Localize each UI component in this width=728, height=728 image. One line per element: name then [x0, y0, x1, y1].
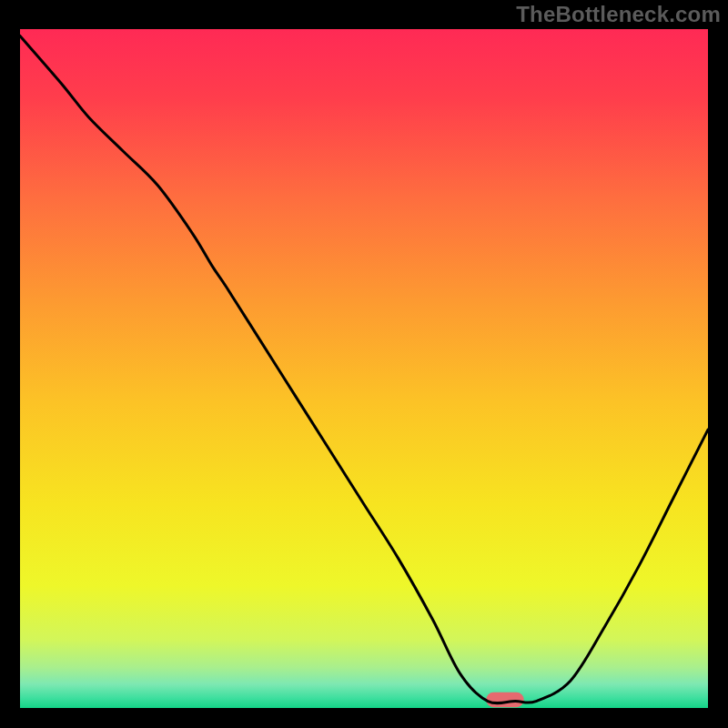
chart-container: TheBottleneck.com [0, 0, 728, 728]
plot-area [0, 0, 728, 728]
gradient-fill [20, 29, 708, 708]
frame-right [708, 0, 728, 728]
watermark-text: TheBottleneck.com [516, 2, 721, 27]
bottleneck-chart [0, 0, 728, 728]
frame-left [0, 0, 20, 728]
frame-bottom [0, 708, 728, 728]
highlight-pill [486, 693, 524, 707]
